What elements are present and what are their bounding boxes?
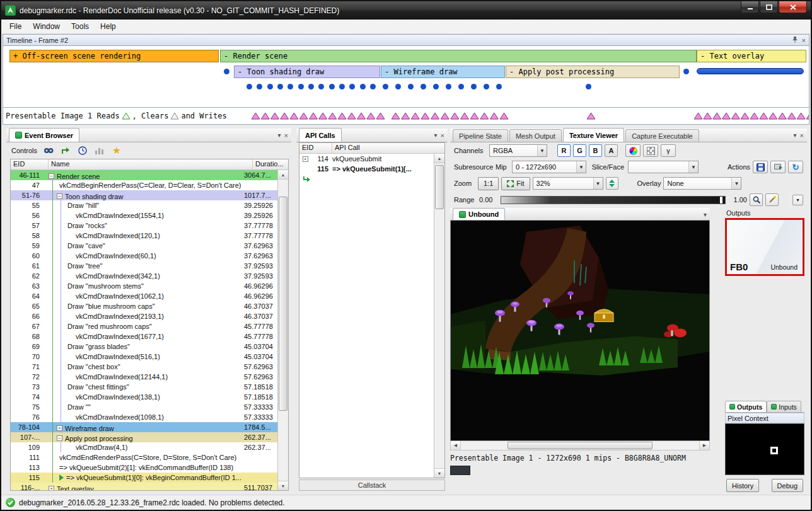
- chart-icon[interactable]: [94, 145, 105, 156]
- event-row[interactable]: 70vkCmdDrawIndexed(516,1)45.03704: [11, 352, 277, 362]
- event-row[interactable]: 61Draw "tree"37.92593: [11, 261, 277, 271]
- column-eid[interactable]: EID: [299, 143, 332, 153]
- tab-inputs[interactable]: Inputs: [767, 401, 801, 412]
- draw-call-dot[interactable]: [420, 84, 426, 89]
- zoom-fit-button[interactable]: Fit: [501, 177, 530, 190]
- tree-expander-icon[interactable]: −: [49, 173, 54, 179]
- event-row[interactable]: 59Draw "cave"37.62963: [11, 241, 277, 251]
- zoom-select[interactable]: 32% ▼: [533, 177, 603, 190]
- scroll-down-icon[interactable]: ▼: [278, 481, 288, 490]
- zoom-1to1-button[interactable]: 1:1: [478, 177, 499, 190]
- writes-triangle-group[interactable]: [587, 112, 605, 120]
- draw-call-dot[interactable]: [370, 84, 376, 89]
- timeline-marker-bar[interactable]: - Toon shading draw: [234, 66, 380, 78]
- debug-button[interactable]: Debug: [772, 479, 803, 492]
- refresh-button[interactable]: ↻: [788, 161, 803, 173]
- api-call-row[interactable]: +114vkQueueSubmit: [299, 154, 434, 164]
- tab-texture-viewer[interactable]: Texture Viewer: [563, 128, 624, 142]
- draw-call-dot[interactable]: [395, 84, 401, 89]
- event-row[interactable]: 107-...−Apply post processing262.37...: [11, 432, 277, 442]
- menu-help[interactable]: Help: [95, 20, 122, 33]
- timeline-marker-bar[interactable]: - Apply post processing: [506, 66, 680, 78]
- event-row[interactable]: 65Draw "blue mushroom caps"46.37037: [11, 301, 277, 311]
- pixel-context-view[interactable]: [725, 423, 804, 475]
- event-row[interactable]: 76vkCmdDrawIndexed(1098,1)57.33333: [11, 412, 277, 422]
- event-row[interactable]: 64vkCmdDrawIndexed(1062,1)46.96296: [11, 291, 277, 301]
- callstack-bar[interactable]: Callstack: [299, 479, 445, 491]
- event-row[interactable]: 72vkCmdDrawIndexed(12144,1)57.62963: [11, 372, 277, 382]
- event-row[interactable]: 66vkCmdDrawIndexed(2193,1)46.37037: [11, 311, 277, 321]
- zoom-range-button[interactable]: [750, 193, 763, 206]
- tree-expander-icon[interactable]: +: [299, 156, 311, 162]
- writes-triangle-group[interactable]: [392, 112, 509, 120]
- event-row[interactable]: 113=> vkQueueSubmit(2)[1]: vkEndCommandB…: [11, 462, 277, 473]
- scrollbar-thumb[interactable]: [279, 197, 287, 411]
- draw-call-dot[interactable]: [246, 84, 252, 89]
- event-row[interactable]: 75Draw ""57.33333: [11, 402, 277, 412]
- chevron-down-icon[interactable]: ▾: [434, 132, 438, 139]
- timeline-canvas[interactable]: Presentable Image 1 Reads , Clears and W…: [3, 46, 809, 125]
- close-icon[interactable]: ×: [800, 132, 804, 139]
- open-external-button[interactable]: [770, 161, 786, 173]
- draw-call-dot[interactable]: [318, 84, 324, 89]
- draw-call-dot[interactable]: [433, 84, 439, 89]
- draw-call-dot[interactable]: [267, 84, 273, 89]
- event-row[interactable]: 63Draw "mushroom stems"46.96296: [11, 281, 277, 291]
- scroll-down-icon[interactable]: ▼: [434, 468, 444, 478]
- draw-call-dot[interactable]: [408, 84, 414, 89]
- timeline-marker-bar[interactable]: - Text overlay: [697, 50, 806, 62]
- draw-call-dot[interactable]: [308, 84, 314, 89]
- scroll-right-icon[interactable]: ▶: [699, 441, 709, 450]
- fb0-thumbnail[interactable]: FB0 Unbound: [725, 218, 804, 276]
- scrollbar-thumb[interactable]: [435, 165, 444, 209]
- mip-select[interactable]: 0 - 1272x690 ▼: [512, 161, 586, 173]
- save-button[interactable]: [753, 161, 768, 173]
- draw-call-dot[interactable]: [224, 69, 229, 74]
- tree-expander-icon[interactable]: −: [57, 193, 62, 199]
- range-slider[interactable]: [501, 196, 726, 204]
- writes-triangle-group[interactable]: [252, 112, 385, 120]
- menu-tools[interactable]: Tools: [66, 20, 95, 33]
- channel-a-button[interactable]: A: [605, 144, 618, 157]
- draw-call-dot[interactable]: [484, 84, 489, 89]
- event-row[interactable]: 71Draw "chest box"57.62963: [11, 362, 277, 372]
- tree-expander-icon[interactable]: −: [57, 435, 62, 441]
- column-duration[interactable]: Duratio...: [253, 159, 288, 169]
- event-row[interactable]: 69Draw "grass blades"45.03704: [11, 342, 277, 352]
- tree-expander-icon[interactable]: +: [57, 425, 62, 431]
- background-color-swatch[interactable]: [450, 466, 470, 475]
- slice-face-select[interactable]: ▼: [628, 161, 699, 173]
- checkerboard-button[interactable]: [643, 144, 658, 157]
- tab-outputs[interactable]: Outputs: [725, 401, 767, 412]
- event-row[interactable]: 56vkCmdDrawIndexed(1554,1)39.25926: [11, 210, 277, 221]
- timeline-marker-bar[interactable]: + Off-screen scene rendering: [9, 50, 219, 62]
- timeline-marker-bar[interactable]: - Wireframe draw: [381, 66, 505, 78]
- draw-call-dot[interactable]: [360, 84, 366, 89]
- event-row[interactable]: 68vkCmdDrawIndexed(1677,1)45.77778: [11, 331, 277, 342]
- tree-expander-icon[interactable]: +: [49, 486, 54, 490]
- writes-triangle-group[interactable]: [694, 112, 809, 120]
- draw-call-dot[interactable]: [287, 84, 293, 89]
- menu-window[interactable]: Window: [27, 20, 66, 33]
- chevron-down-icon[interactable]: ▾: [794, 132, 797, 139]
- column-api-call[interactable]: API Call: [332, 143, 444, 153]
- scroll-up-icon[interactable]: ▲: [278, 170, 288, 180]
- draw-call-dot[interactable]: [586, 84, 591, 89]
- event-row[interactable]: 60vkCmdDrawIndexed(60,1)37.62963: [11, 251, 277, 261]
- texture-h-scrollbar[interactable]: ◀ ▶: [450, 441, 710, 451]
- scrollbar-thumb[interactable]: [508, 442, 652, 449]
- draw-call-dot[interactable]: [471, 84, 477, 89]
- event-browser-scrollbar[interactable]: ▲ ▼: [277, 170, 288, 490]
- color-wheel-button[interactable]: [625, 144, 641, 157]
- api-call-row[interactable]: 115=> vkQueueSubmit(1)[...: [299, 164, 434, 174]
- draw-call-dot[interactable]: [257, 84, 262, 89]
- draw-call-dot[interactable]: [329, 84, 335, 89]
- event-row[interactable]: 116-...+Text overlay511.7037: [11, 483, 277, 490]
- maximize-button[interactable]: [760, 1, 778, 13]
- event-row[interactable]: 78-104+Wireframe draw1784.5...: [11, 422, 277, 432]
- history-button[interactable]: History: [726, 479, 759, 492]
- tab-mesh-output[interactable]: Mesh Output: [509, 129, 562, 142]
- range-slider-thumb[interactable]: [719, 196, 723, 204]
- event-row[interactable]: 51-76−Toon shading draw1017.7...: [11, 190, 277, 200]
- draw-call-dot[interactable]: [446, 84, 451, 89]
